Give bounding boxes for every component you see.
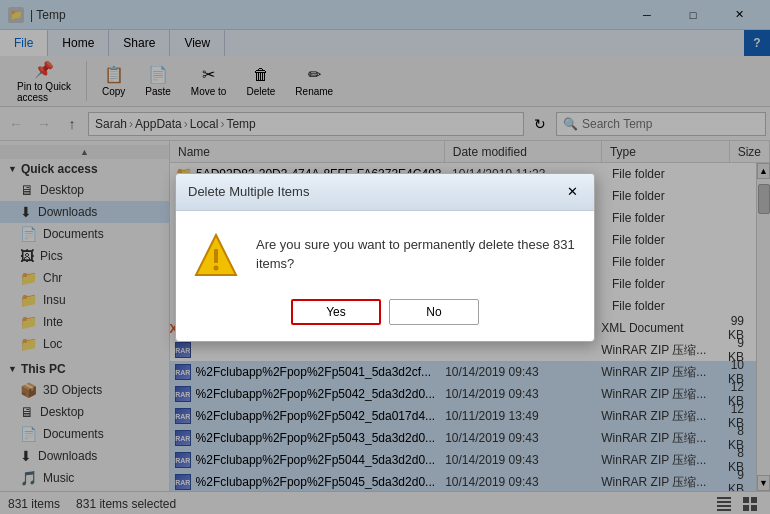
no-button[interactable]: No xyxy=(389,299,479,325)
dialog-overlay: Delete Multiple Items ✕ Are you sure you… xyxy=(0,0,770,514)
dialog-title: Delete Multiple Items xyxy=(188,184,309,199)
dialog-buttons: Yes No xyxy=(176,299,594,341)
dialog-message: Are you sure you want to permanently del… xyxy=(256,236,578,272)
svg-point-10 xyxy=(214,265,219,270)
yes-button[interactable]: Yes xyxy=(291,299,381,325)
svg-rect-9 xyxy=(214,249,218,263)
dialog-close-button[interactable]: ✕ xyxy=(562,182,582,202)
dialog-content: Are you sure you want to permanently del… xyxy=(176,211,594,299)
dialog-title-bar: Delete Multiple Items ✕ xyxy=(176,174,594,211)
delete-dialog: Delete Multiple Items ✕ Are you sure you… xyxy=(175,173,595,342)
warning-icon xyxy=(192,231,240,279)
